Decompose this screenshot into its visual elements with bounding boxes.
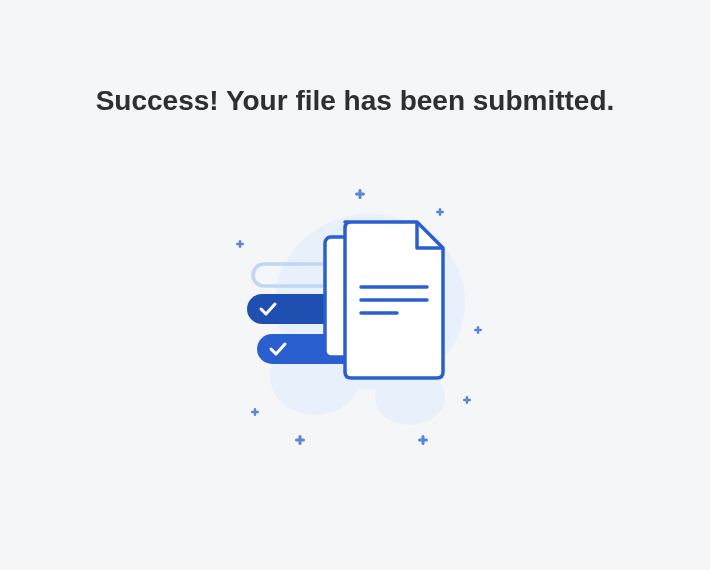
svg-rect-15 xyxy=(236,243,244,245)
success-heading: Success! Your file has been submitted. xyxy=(96,85,615,117)
svg-rect-17 xyxy=(474,329,482,331)
success-container: Success! Your file has been submitted. xyxy=(0,0,710,570)
svg-rect-19 xyxy=(251,411,259,413)
svg-rect-21 xyxy=(295,439,305,442)
svg-rect-13 xyxy=(436,211,444,213)
documents-submitted-illustration xyxy=(195,182,515,462)
svg-rect-11 xyxy=(355,193,365,196)
documents-submitted-icon xyxy=(195,182,515,462)
svg-rect-25 xyxy=(463,399,471,401)
svg-rect-23 xyxy=(418,439,428,442)
